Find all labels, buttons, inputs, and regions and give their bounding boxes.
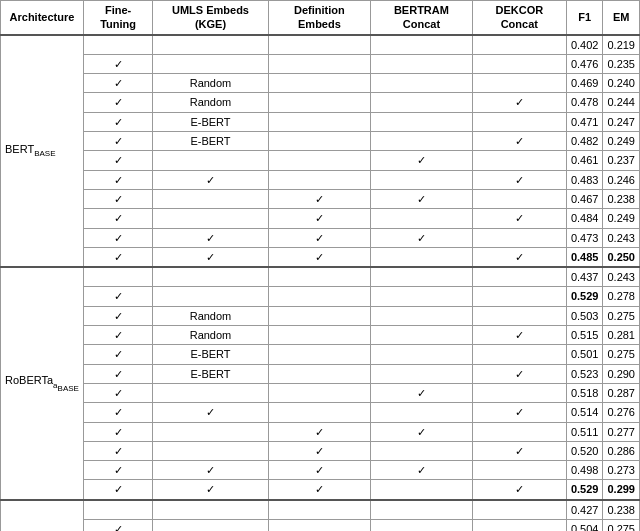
f1-cell: 0.503 <box>566 306 603 325</box>
f1-cell: 0.529 <box>566 287 603 306</box>
table-row: ✓0.5040.275 <box>1 520 640 531</box>
bertram-cell <box>371 35 473 55</box>
umls-cell <box>153 422 269 441</box>
table-row: ✓E-BERT✓0.4820.249 <box>1 132 640 151</box>
em-cell: 0.235 <box>603 54 640 73</box>
umls-cell <box>153 441 269 460</box>
em-cell: 0.281 <box>603 326 640 345</box>
dekcor-cell: ✓ <box>472 364 566 383</box>
em-cell: 0.250 <box>603 247 640 267</box>
fine-tuning-cell: ✓ <box>83 306 152 325</box>
umls-cell: Random <box>153 306 269 325</box>
f1-cell: 0.476 <box>566 54 603 73</box>
umls-cell: ✓ <box>153 403 269 422</box>
definition-cell <box>268 132 370 151</box>
bertram-cell <box>371 403 473 422</box>
umls-cell: E-BERT <box>153 112 269 131</box>
bertram-cell <box>371 520 473 531</box>
f1-cell: 0.469 <box>566 74 603 93</box>
definition-cell <box>268 403 370 422</box>
f1-cell: 0.504 <box>566 520 603 531</box>
f1-cell: 0.471 <box>566 112 603 131</box>
table-row: ✓0.5290.278 <box>1 287 640 306</box>
f1-cell: 0.515 <box>566 326 603 345</box>
definition-cell: ✓ <box>268 422 370 441</box>
umls-cell <box>153 383 269 402</box>
fine-tuning-cell: ✓ <box>83 151 152 170</box>
em-cell: 0.286 <box>603 441 640 460</box>
col-bertram: BERTRAM Concat <box>371 1 473 35</box>
em-cell: 0.237 <box>603 151 640 170</box>
dekcor-cell <box>472 422 566 441</box>
definition-cell: ✓ <box>268 441 370 460</box>
col-umls: UMLS Embeds (KGE) <box>153 1 269 35</box>
em-cell: 0.243 <box>603 267 640 287</box>
f1-cell: 0.467 <box>566 189 603 208</box>
umls-cell <box>153 287 269 306</box>
fine-tuning-cell: ✓ <box>83 345 152 364</box>
col-dekcor: DEKCOR Concat <box>472 1 566 35</box>
bertram-cell: ✓ <box>371 151 473 170</box>
bertram-cell <box>371 247 473 267</box>
fine-tuning-cell: ✓ <box>83 74 152 93</box>
umls-cell: Random <box>153 93 269 112</box>
table-row: RoBERTaaBASE0.4370.243 <box>1 267 640 287</box>
em-cell: 0.244 <box>603 93 640 112</box>
fine-tuning-cell: ✓ <box>83 228 152 247</box>
dekcor-cell <box>472 54 566 73</box>
f1-cell: 0.485 <box>566 247 603 267</box>
em-cell: 0.273 <box>603 461 640 480</box>
fine-tuning-cell: ✓ <box>83 326 152 345</box>
definition-cell: ✓ <box>268 228 370 247</box>
dekcor-cell <box>472 383 566 402</box>
em-cell: 0.287 <box>603 383 640 402</box>
em-cell: 0.275 <box>603 306 640 325</box>
dekcor-cell: ✓ <box>472 93 566 112</box>
umls-cell: Random <box>153 326 269 345</box>
table-row: ✓✓✓0.5110.277 <box>1 422 640 441</box>
dekcor-cell <box>472 189 566 208</box>
umls-cell <box>153 189 269 208</box>
fine-tuning-cell: ✓ <box>83 54 152 73</box>
header-row: Architecture Fine-Tuning UMLS Embeds (KG… <box>1 1 640 35</box>
fine-tuning-cell: ✓ <box>83 170 152 189</box>
umls-cell <box>153 267 269 287</box>
f1-cell: 0.501 <box>566 345 603 364</box>
em-cell: 0.249 <box>603 132 640 151</box>
umls-cell: Random <box>153 74 269 93</box>
table-row: ✓Random0.5030.275 <box>1 306 640 325</box>
definition-cell <box>268 112 370 131</box>
bertram-cell <box>371 112 473 131</box>
definition-cell <box>268 326 370 345</box>
dekcor-cell: ✓ <box>472 247 566 267</box>
table-row: ✓E-BERT0.5010.275 <box>1 345 640 364</box>
fine-tuning-cell <box>83 267 152 287</box>
definition-cell: ✓ <box>268 209 370 228</box>
col-fine-tuning: Fine-Tuning <box>83 1 152 35</box>
arch-cell: BioBERT <box>1 500 84 531</box>
em-cell: 0.238 <box>603 189 640 208</box>
col-em: EM <box>603 1 640 35</box>
col-f1: F1 <box>566 1 603 35</box>
umls-cell: ✓ <box>153 461 269 480</box>
table-row: ✓✓0.4610.237 <box>1 151 640 170</box>
umls-cell <box>153 500 269 520</box>
em-cell: 0.238 <box>603 500 640 520</box>
bertram-cell <box>371 267 473 287</box>
dekcor-cell: ✓ <box>472 170 566 189</box>
fine-tuning-cell: ✓ <box>83 403 152 422</box>
fine-tuning-cell: ✓ <box>83 132 152 151</box>
bertram-cell <box>371 306 473 325</box>
table-row: ✓✓✓0.4830.246 <box>1 170 640 189</box>
bertram-cell <box>371 441 473 460</box>
definition-cell: ✓ <box>268 480 370 500</box>
definition-cell <box>268 74 370 93</box>
arch-cell: BERTBASE <box>1 35 84 268</box>
em-cell: 0.290 <box>603 364 640 383</box>
dekcor-cell <box>472 151 566 170</box>
bertram-cell <box>371 500 473 520</box>
fine-tuning-cell: ✓ <box>83 93 152 112</box>
em-cell: 0.276 <box>603 403 640 422</box>
f1-cell: 0.518 <box>566 383 603 402</box>
bertram-cell: ✓ <box>371 461 473 480</box>
